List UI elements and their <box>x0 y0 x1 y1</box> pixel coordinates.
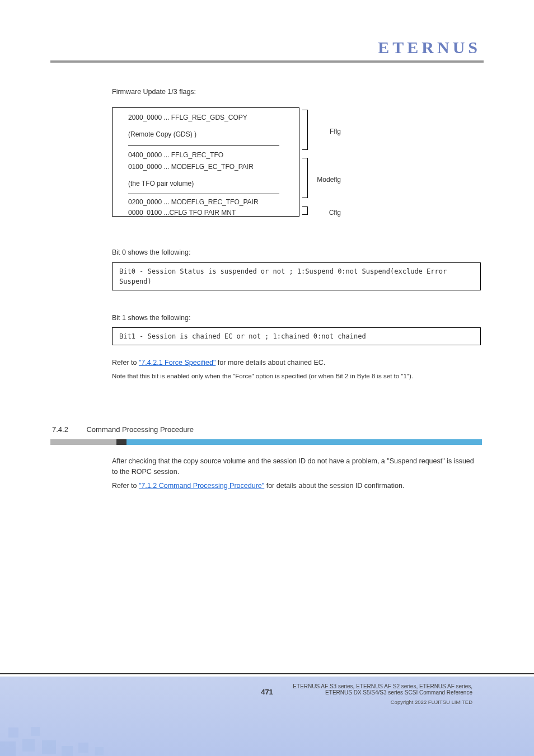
flag-entry-4: 0100_0000 ... MODEFLG_EC_TFO_PAIR <box>128 162 254 172</box>
flags-diagram-box: 2000_0000 ... FFLG_REC_GDS_COPY (Remote … <box>112 107 299 217</box>
bit1-label: Bit 1 shows the following: <box>112 313 481 323</box>
footer-product-info: ETERNUS AF S3 series, ETERNUS AF S2 seri… <box>293 683 472 696</box>
page-footer: 471 ETERNUS AF S3 series, ETERNUS AF S2 … <box>0 673 534 756</box>
footer-copyright: Copyright 2022 FUJITSU LIMITED <box>391 699 472 705</box>
section-title-text: Command Processing Procedure <box>86 425 193 434</box>
page-number: 471 <box>261 688 273 696</box>
bit1-explain-prefix: Refer to <box>112 359 139 367</box>
section-p2-link[interactable]: "7.1.2 Command Processing Procedure" <box>139 482 264 490</box>
flag-entry-6: 0200_0000 ... MODEFLG_REC_TFO_PAIR <box>128 197 259 207</box>
brace-fflg-label: Fflg <box>330 126 341 137</box>
bit1-note: Note that this bit is enabled only when … <box>112 372 481 381</box>
brace-cflg <box>302 206 308 215</box>
brace-fflg <box>302 110 308 150</box>
footer-product-line1: ETERNUS AF S3 series, ETERNUS AF S2 seri… <box>293 683 472 689</box>
bit0-code-box: Bit0 - Session Status is suspended or no… <box>112 262 481 290</box>
bit1-code-box: Bit1 - Session is chained EC or not ; 1:… <box>112 327 481 345</box>
bit1-explain-suffix: for more details about chained EC. <box>216 359 325 367</box>
flags-title: Firmware Update 1/3 flags: <box>112 87 481 97</box>
section-p1: After checking that the copy source volu… <box>112 456 481 477</box>
brand-logo: ETERNUS <box>378 38 481 57</box>
flag-entry-1: 2000_0000 ... FFLG_REC_GDS_COPY <box>128 112 247 123</box>
section-divider-bar <box>50 439 482 445</box>
brace-modeflg-label: Modeflg <box>317 175 341 185</box>
brace-modeflg <box>302 158 308 198</box>
section-heading: 7.4.2 Command Processing Procedure <box>52 425 194 434</box>
flag-entry-7: 0000_0100 ...CFLG TFO PAIR MNT <box>128 208 236 218</box>
footer-product-line2: ETERNUS DX S5/S4/S3 series SCSI Command … <box>293 689 472 696</box>
flag-entry-3: 0400_0000 ... FFLG_REC_TFO <box>128 150 223 160</box>
section-p2: Refer to "7.1.2 Command Processing Proce… <box>112 481 481 491</box>
section-body: After checking that the copy source volu… <box>112 456 481 494</box>
flag-entry-5: (the TFO pair volume) <box>128 179 194 189</box>
flag-entry-2: (Remote Copy (GDS) ) <box>128 129 196 139</box>
footer-decorative-pattern <box>0 712 118 757</box>
section-p2-prefix: Refer to <box>112 482 139 490</box>
brace-cflg-label: Cflg <box>329 208 341 218</box>
bit1-explanation: Refer to "7.4.2.1 Force Specified" for m… <box>112 358 481 368</box>
bit0-label: Bit 0 shows the following: <box>112 247 481 258</box>
section-number: 7.4.2 <box>52 425 68 434</box>
section-p2-suffix: for details about the session ID confirm… <box>264 482 404 490</box>
bit1-explain-link[interactable]: "7.4.2.1 Force Specified" <box>139 359 216 367</box>
header-horizontal-rule <box>50 60 484 63</box>
